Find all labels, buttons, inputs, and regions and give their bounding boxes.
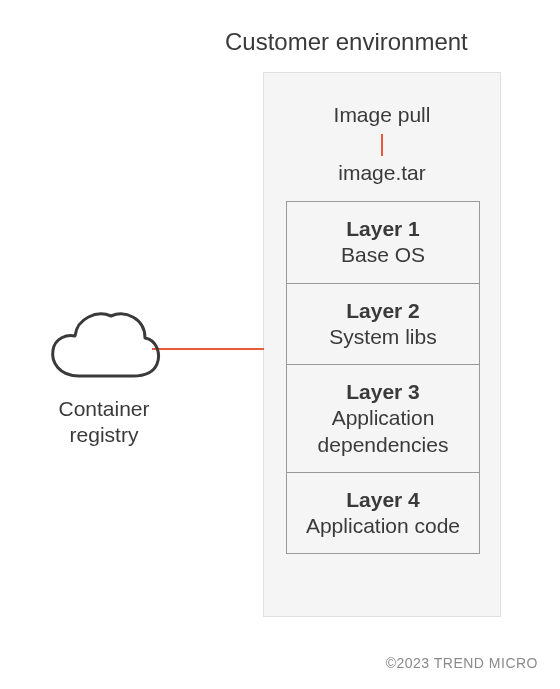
layer-name: Layer 1 xyxy=(297,216,469,242)
cloud-label: Container registry xyxy=(34,396,174,449)
layer-name: Layer 3 xyxy=(297,379,469,405)
image-pull-label: Image pull xyxy=(264,103,500,127)
layer-desc: System libs xyxy=(297,324,469,350)
cloud-label-line: registry xyxy=(70,423,139,446)
container-registry: Container registry xyxy=(34,304,174,449)
copyright: ©2023 TREND MICRO xyxy=(386,655,538,671)
layer-row: Layer 4 Application code xyxy=(287,473,479,554)
connector-vertical xyxy=(381,134,383,156)
layer-desc: Base OS xyxy=(297,242,469,268)
layer-row: Layer 3 Application dependencies xyxy=(287,365,479,473)
header-title: Customer environment xyxy=(225,28,468,56)
layer-desc: Application dependencies xyxy=(297,405,469,458)
layers-table: Layer 1 Base OS Layer 2 System libs Laye… xyxy=(286,201,480,554)
layer-name: Layer 2 xyxy=(297,298,469,324)
customer-environment-box: Image pull image.tar Layer 1 Base OS Lay… xyxy=(263,72,501,617)
layer-name: Layer 4 xyxy=(297,487,469,513)
layer-desc: Application code xyxy=(297,513,469,539)
cloud-label-line: Container xyxy=(58,397,149,420)
layer-row: Layer 1 Base OS xyxy=(287,202,479,284)
image-tar-label: image.tar xyxy=(264,161,500,185)
layer-row: Layer 2 System libs xyxy=(287,284,479,366)
cloud-icon xyxy=(45,304,163,382)
